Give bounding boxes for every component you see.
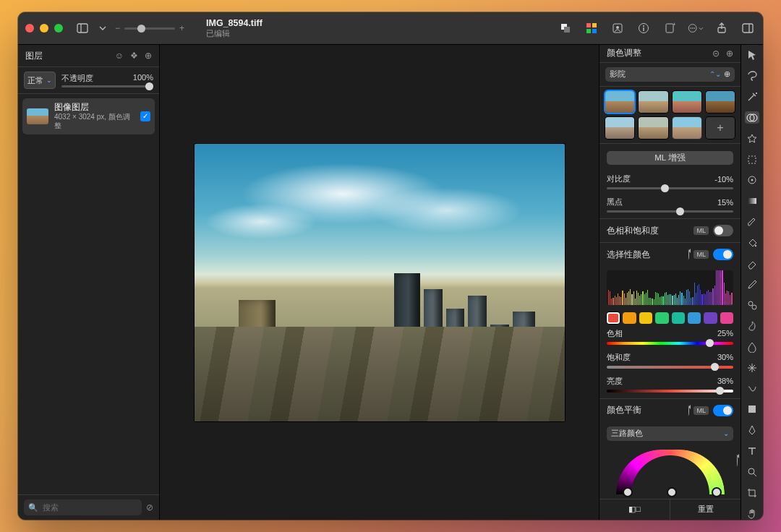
- preset-save-icon[interactable]: ⊕: [724, 69, 730, 79]
- color-swatch[interactable]: [655, 312, 668, 324]
- color-swatch[interactable]: [688, 312, 701, 324]
- ml-enhance-button[interactable]: ML 增强: [607, 151, 733, 165]
- layer-name: 图像图层: [54, 103, 135, 113]
- balance-toggle[interactable]: [713, 405, 733, 416]
- star-tool[interactable]: [745, 132, 759, 145]
- ml-pill[interactable]: ML: [693, 250, 709, 259]
- hue-value: 25%: [717, 329, 733, 338]
- smudge-tool[interactable]: [745, 320, 759, 332]
- hue-slider[interactable]: [607, 342, 733, 345]
- lasso-tool[interactable]: [745, 70, 759, 82]
- contrast-slider[interactable]: [607, 187, 733, 189]
- brush-tool[interactable]: [745, 216, 759, 228]
- preset-thumb[interactable]: [706, 91, 735, 113]
- preset-thumbnails: +: [599, 87, 741, 144]
- preset-thumb[interactable]: [673, 117, 701, 139]
- canvas-area[interactable]: [160, 45, 599, 520]
- eraser-tool[interactable]: [745, 257, 759, 270]
- arrow-tool[interactable]: [745, 49, 759, 61]
- panel-options-icon[interactable]: ⊝: [712, 48, 720, 59]
- pencil-tool[interactable]: [745, 278, 759, 291]
- layer-stack-icon[interactable]: ❖: [130, 51, 138, 61]
- reset-balance-icon[interactable]: [688, 406, 689, 415]
- search-options-icon[interactable]: ⊘: [146, 502, 153, 512]
- color-swatch[interactable]: [639, 312, 652, 324]
- opacity-slider[interactable]: [61, 85, 153, 87]
- contrast-value: -10%: [714, 175, 733, 184]
- layer-filter-icon[interactable]: ☺: [115, 51, 124, 61]
- wheel-reset-icon[interactable]: [736, 455, 738, 466]
- more-icon[interactable]: [688, 20, 704, 36]
- preset-select[interactable]: 影院 ⌃⌄ ⊕: [605, 67, 735, 82]
- crop-rotate-tool[interactable]: [745, 174, 759, 186]
- info-icon[interactable]: [636, 20, 652, 36]
- zoom-tool[interactable]: [745, 466, 759, 479]
- color-adjust-tool[interactable]: [745, 111, 759, 124]
- layers-header: 图层: [25, 50, 43, 62]
- layer-search-input[interactable]: 🔍 搜索: [24, 499, 142, 515]
- close-window-button[interactable]: [25, 24, 34, 33]
- crop-tool[interactable]: [745, 486, 759, 499]
- clone-tool[interactable]: [745, 299, 759, 312]
- huesat-label: 色相和饱和度: [607, 226, 659, 236]
- toolbar-right: +: [558, 20, 756, 36]
- preset-thumb[interactable]: [639, 91, 667, 113]
- marquee-tool[interactable]: [745, 153, 759, 166]
- ml-pill[interactable]: ML: [693, 226, 709, 235]
- histogram: [607, 270, 733, 305]
- preset-thumb[interactable]: [605, 117, 634, 139]
- selcolor-toggle[interactable]: [713, 249, 733, 260]
- share-icon[interactable]: [714, 20, 730, 36]
- preset-thumb[interactable]: [605, 91, 634, 113]
- color-swatch[interactable]: [704, 312, 717, 324]
- saturation-label: 饱和度: [607, 352, 631, 363]
- ml-pill[interactable]: ML: [693, 406, 709, 415]
- luminance-slider[interactable]: [607, 390, 733, 392]
- color-wheel[interactable]: [616, 450, 725, 494]
- preset-thumb[interactable]: [639, 117, 667, 139]
- sidebar-toggle-button[interactable]: [74, 20, 90, 36]
- new-doc-icon[interactable]: +: [662, 20, 678, 36]
- color-swatch[interactable]: [607, 312, 620, 324]
- compare-split-button[interactable]: ◧□: [599, 499, 670, 520]
- portrait-icon[interactable]: [610, 20, 626, 36]
- tri-color-select[interactable]: 三路颜色⌄: [607, 426, 733, 441]
- add-layer-icon[interactable]: ⊕: [145, 51, 152, 61]
- shape-tool[interactable]: [745, 403, 759, 416]
- zoom-slider[interactable]: [124, 27, 175, 30]
- saturation-slider[interactable]: [607, 366, 733, 369]
- svg-point-32: [748, 468, 754, 474]
- sidebar-menu-button[interactable]: [98, 20, 108, 36]
- type-tool[interactable]: [745, 445, 759, 458]
- hand-tool[interactable]: [745, 507, 759, 520]
- wand-tool[interactable]: [745, 91, 759, 103]
- color-swatch[interactable]: [720, 312, 733, 324]
- layer-visible-checkbox[interactable]: ✓: [140, 111, 150, 121]
- blur-tool[interactable]: [745, 341, 759, 353]
- arrange-icon[interactable]: [558, 20, 573, 36]
- preset-thumb[interactable]: [673, 91, 701, 113]
- gradient-tool[interactable]: [745, 195, 759, 207]
- svg-text:+: +: [673, 22, 675, 27]
- svg-point-17: [692, 27, 693, 29]
- color-grid-icon[interactable]: [584, 20, 599, 36]
- fullscreen-window-button[interactable]: [54, 24, 63, 33]
- blackpoint-slider[interactable]: [607, 210, 733, 213]
- layer-item[interactable]: 图像图层 4032 × 3024 px, 颜色调整 ✓: [22, 98, 155, 134]
- bucket-tool[interactable]: [745, 236, 759, 249]
- huesat-toggle[interactable]: [713, 225, 733, 236]
- reset-selcolor-icon[interactable]: [688, 250, 689, 259]
- color-swatch[interactable]: [672, 312, 685, 324]
- warp-tool[interactable]: [745, 382, 759, 395]
- inspector-toggle-icon[interactable]: [740, 20, 756, 36]
- color-swatch[interactable]: [623, 312, 636, 324]
- minimize-window-button[interactable]: [40, 24, 48, 33]
- title-stack: IMG_8594.tiff 已编辑: [206, 18, 263, 38]
- pen-tool[interactable]: [745, 424, 759, 437]
- add-preset-button[interactable]: +: [706, 117, 735, 139]
- reset-button[interactable]: 重置: [670, 499, 741, 520]
- sparkle-tool[interactable]: [745, 361, 759, 374]
- blend-mode-select[interactable]: 正常⌄: [24, 72, 56, 89]
- zoom-control[interactable]: − +: [115, 23, 184, 33]
- panel-add-icon[interactable]: ⊕: [726, 48, 733, 59]
